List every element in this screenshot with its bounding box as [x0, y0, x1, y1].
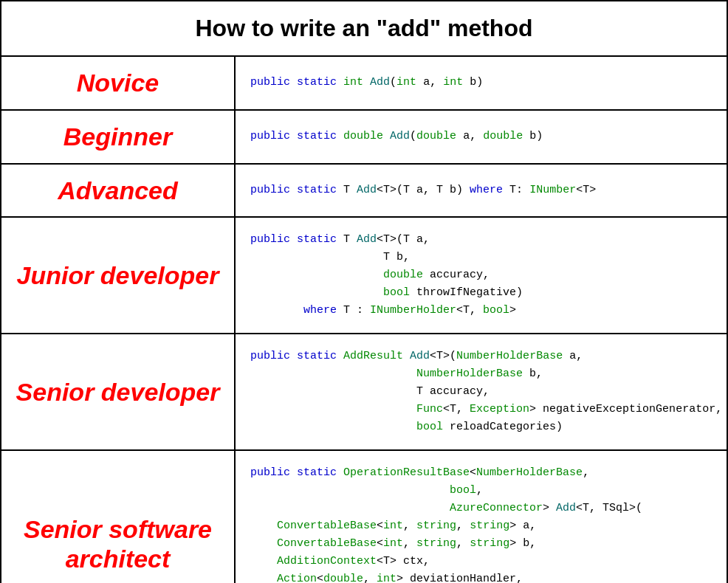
code-block: public static T Add<T>(T a, T b) where T…: [250, 182, 596, 199]
code-cell: public static T Add<T>(T a, T b, double …: [236, 218, 727, 333]
code-cell: public static AddResult Add<T>(NumberHol…: [236, 334, 728, 449]
code-cell: public static int Add(int a, int b): [236, 57, 727, 109]
level-label: Junior developer: [17, 261, 219, 291]
level-label-cell: Senior developer: [1, 334, 236, 449]
level-label-cell: Junior developer: [1, 218, 236, 333]
table-row: Advancedpublic static T Add<T>(T a, T b)…: [1, 165, 727, 218]
code-block: public static int Add(int a, int b): [250, 74, 483, 92]
code-block: public static double Add(double a, doubl…: [250, 128, 543, 145]
level-label: Senior software architect: [9, 514, 227, 575]
level-label: Senior developer: [16, 377, 220, 407]
table-row: Novicepublic static int Add(int a, int b…: [1, 57, 727, 111]
page-wrapper: How to write an "add" method Novicepubli…: [0, 0, 728, 583]
level-label-cell: Senior software architect: [1, 451, 236, 583]
code-block: public static OperationResultBase<Number…: [250, 464, 642, 583]
table-row: Beginnerpublic static double Add(double …: [1, 111, 727, 165]
rows-container: Novicepublic static int Add(int a, int b…: [1, 57, 727, 583]
level-label-cell: Beginner: [1, 111, 236, 163]
table-row: Junior developerpublic static T Add<T>(T…: [1, 218, 727, 334]
level-label: Novice: [77, 68, 159, 98]
code-block: public static T Add<T>(T a, T b, double …: [250, 231, 523, 320]
page-title: How to write an "add" method: [1, 1, 727, 57]
code-block: public static AddResult Add<T>(NumberHol…: [250, 348, 722, 436]
level-label: Beginner: [63, 122, 172, 152]
table-row: Senior software architectpublic static O…: [1, 451, 727, 583]
code-cell: public static T Add<T>(T a, T b) where T…: [236, 165, 727, 217]
level-label-cell: Novice: [1, 57, 236, 109]
table-row: Senior developerpublic static AddResult …: [1, 334, 727, 451]
code-cell: public static double Add(double a, doubl…: [236, 111, 727, 163]
level-label: Advanced: [58, 176, 178, 206]
code-cell: public static OperationResultBase<Number…: [236, 451, 727, 583]
level-label-cell: Advanced: [1, 165, 236, 217]
